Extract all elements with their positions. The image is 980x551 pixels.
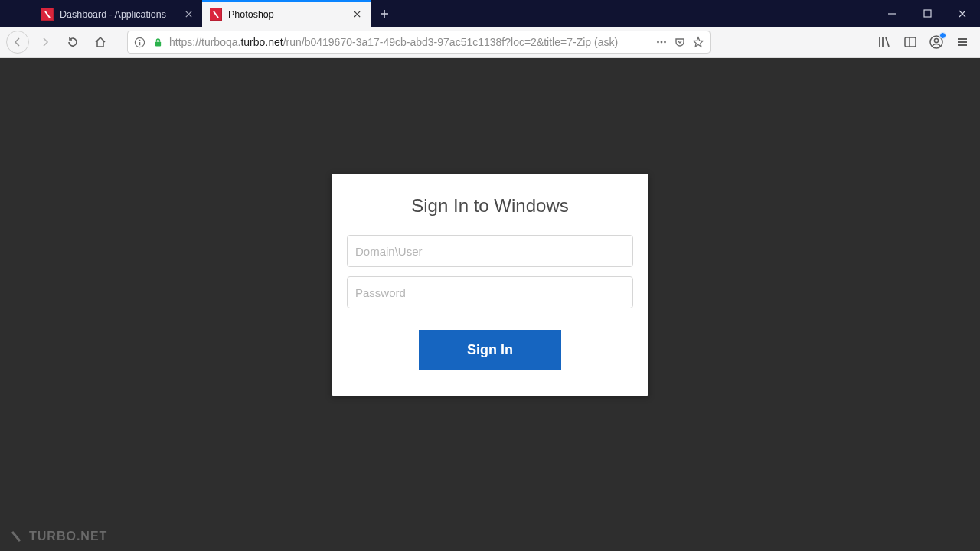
url-text: https://turboqa.turbo.net/run/b0419670-3… <box>169 36 650 48</box>
page-content: Sign In to Windows Sign In TURBO.NET <box>0 58 980 551</box>
tab-title: Photoshop <box>228 9 345 20</box>
new-tab-button[interactable] <box>371 0 398 27</box>
svg-point-9 <box>934 38 938 42</box>
svg-rect-0 <box>924 10 931 17</box>
svg-point-5 <box>661 41 663 44</box>
url-host: turbo.net <box>240 36 283 48</box>
nav-forward-button[interactable] <box>34 31 57 54</box>
window-controls <box>874 0 980 27</box>
svg-point-2 <box>139 39 140 41</box>
watermark: TURBO.NET <box>9 530 107 543</box>
close-tab-icon[interactable] <box>351 8 363 21</box>
window-close-button[interactable] <box>945 0 980 27</box>
nav-home-button[interactable] <box>89 31 112 54</box>
hamburger-menu-icon[interactable] <box>954 34 971 51</box>
tab-dashboard[interactable]: Dashboard - Applications <box>34 0 202 27</box>
svg-point-4 <box>657 41 659 44</box>
nav-reload-button[interactable] <box>61 31 84 54</box>
sidebar-icon[interactable] <box>902 34 919 51</box>
login-heading: Sign In to Windows <box>347 195 633 217</box>
svg-rect-7 <box>905 37 916 47</box>
svg-rect-3 <box>155 41 160 46</box>
tab-photoshop[interactable]: Photoshop <box>202 0 371 27</box>
tab-strip: Dashboard - Applications Photoshop <box>34 0 371 27</box>
window-titlebar: Dashboard - Applications Photoshop <box>0 0 980 27</box>
page-actions-icon[interactable] <box>655 35 668 49</box>
pocket-icon[interactable] <box>673 35 687 49</box>
titlebar-spacer[interactable] <box>398 0 874 27</box>
window-maximize-button[interactable] <box>910 0 945 27</box>
url-prefix: https://turboqa. <box>169 36 240 48</box>
turbo-favicon <box>41 8 54 21</box>
close-tab-icon[interactable] <box>182 8 194 21</box>
window-minimize-button[interactable] <box>874 0 910 27</box>
turbo-favicon <box>210 8 222 21</box>
navbar-tools <box>876 34 974 51</box>
turbo-logo-icon <box>9 530 23 543</box>
bookmark-star-icon[interactable] <box>691 35 705 49</box>
password-input[interactable] <box>347 276 633 308</box>
url-bar[interactable]: https://turboqa.turbo.net/run/b0419670-3… <box>127 31 710 54</box>
tabs-leading-gap <box>0 0 34 27</box>
lock-icon[interactable] <box>151 35 165 49</box>
username-input[interactable] <box>347 235 633 267</box>
svg-point-6 <box>664 41 666 44</box>
login-card: Sign In to Windows Sign In <box>332 174 648 396</box>
nav-back-button[interactable] <box>6 31 29 54</box>
url-path: /run/b0419670-3a17-49cb-abd3-97ac51c1138… <box>283 36 618 48</box>
browser-navbar: https://turboqa.turbo.net/run/b0419670-3… <box>0 27 980 58</box>
library-icon[interactable] <box>876 34 893 51</box>
site-info-icon[interactable] <box>132 35 146 49</box>
watermark-text: TURBO.NET <box>29 530 107 543</box>
account-icon[interactable] <box>928 34 945 51</box>
tab-title: Dashboard - Applications <box>60 9 176 20</box>
signin-button[interactable]: Sign In <box>419 330 561 370</box>
